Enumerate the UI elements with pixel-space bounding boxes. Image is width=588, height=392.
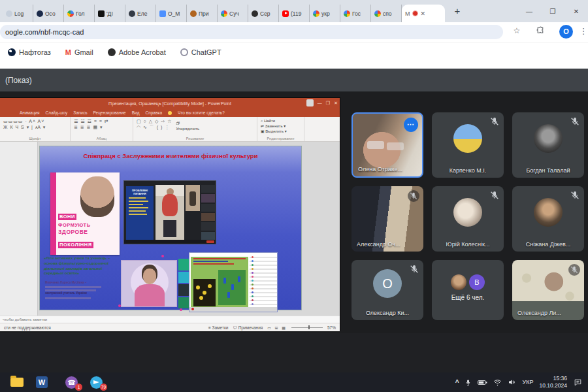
tray-mic-icon[interactable] (465, 378, 472, 387)
teacher-caption: Мовченко Лариса Мусіївна – заслужений уч… (45, 281, 112, 299)
meet-control-bar: ^ ^ CC ⋮ 15 (0, 333, 588, 372)
close-button[interactable]: ✕ (564, 8, 588, 15)
zoom-level[interactable]: 57% (327, 325, 336, 330)
taskbar-clock[interactable]: 15:36 10.10.2024 (539, 375, 567, 389)
tab-ele[interactable]: Еле (125, 5, 156, 22)
ppt-restore-icon[interactable]: ❐ (326, 101, 330, 106)
extensions-icon[interactable] (534, 26, 546, 37)
powerpoint-title-bar: Презентация, Оршанець [Compatibility Mod… (0, 98, 340, 108)
viber-badge: 1 (75, 384, 82, 391)
participant-tile-aleksandr-och[interactable]: Александр Оч... (351, 186, 423, 252)
participant-name: Олена Отраве... (358, 166, 402, 172)
folder-icon (10, 378, 24, 387)
participant-tile-olena[interactable]: ⋯ Олена Отраве... (351, 112, 423, 178)
tab-spo[interactable]: спо (371, 5, 402, 22)
google-favicon (344, 10, 350, 17)
bookmark-naftogaz[interactable]: Нафтогаз (8, 48, 51, 56)
tile-more-participants[interactable]: В Ещё 6 чел. (432, 260, 504, 320)
lightbulb-icon (168, 111, 172, 115)
participant-video-frame (186, 185, 200, 211)
google-favicon (313, 10, 319, 17)
view-switcher-icons[interactable]: ▭ ⊞ ▦ (267, 325, 287, 330)
avatar (453, 124, 482, 153)
mic-off-icon (568, 264, 580, 276)
participant-tile-karpenko[interactable]: Карпенко М.І. (432, 112, 504, 178)
participant-name: Олександр Ли... (517, 310, 561, 316)
slide-thumbnail-pane[interactable] (0, 142, 38, 316)
word-button[interactable]: W (34, 375, 50, 389)
menu-record[interactable]: Запись (73, 110, 87, 115)
mini-video-thumbnails (178, 259, 189, 308)
file-explorer-button[interactable] (9, 375, 25, 389)
tab-ukr[interactable]: укр (310, 5, 340, 22)
ribbon-font-group[interactable]: ▭▭▭▭ · A˄ A˅ Ж К Ч S ▾ | 🗚 ▾ Шрифт (0, 117, 71, 141)
tab-favicon (6, 10, 12, 17)
notes-pane[interactable]: чтобы добавить заметки (0, 316, 340, 323)
tab-oso[interactable]: Осо (33, 5, 64, 22)
wifi-icon[interactable] (493, 379, 502, 386)
url-address-bar[interactable]: oogle.com/nbf-mcqc-cad (0, 25, 503, 39)
participant-tile-oleksandr-ky[interactable]: О Олександр Ки... (351, 260, 423, 320)
ribbon-extra-space (304, 117, 340, 141)
powerpoint-workspace: Співпраця с Заслуженими вчителями фізичн… (0, 142, 340, 316)
menu-animation[interactable]: Анимация (20, 110, 40, 115)
participant-tile-oleksandr-ly[interactable]: Олександр Ли... (512, 260, 584, 320)
language-indicator[interactable]: УКР (522, 379, 533, 385)
school-meeting-screenshot (189, 252, 278, 312)
poster-stripe (50, 172, 56, 255)
tab-pry[interactable]: При (187, 5, 218, 22)
bookmarks-bar: Нафтогаз MGmail Adobe Acrobat ChatGPT (0, 42, 588, 61)
restore-button[interactable]: ❐ (541, 8, 564, 15)
meet-main-area: Презентация, Оршанець [Compatibility Mod… (0, 91, 588, 372)
participant-name: Карпенко М.І. (432, 167, 504, 174)
zoom-toolbar (124, 240, 216, 244)
bookmark-star-icon[interactable]: ☆ (511, 26, 523, 35)
tab-hos[interactable]: Гос (340, 5, 371, 22)
tab-om[interactable]: О_М (156, 5, 187, 22)
ribbon-drawing-group[interactable]: ▢ ○ △ ◇ ⇨ ☆ ◠ ∿ ⌒ ( ) ⋮ 🗇Упорядочить Рис… (133, 117, 257, 141)
comments-toggle[interactable]: 🗩 Примечания (233, 325, 263, 330)
tab-ser[interactable]: Сер (248, 5, 279, 22)
ppt-minimize-icon[interactable]: — (318, 101, 322, 105)
participant-tile-snizhana[interactable]: Сніжана Діжев... (512, 186, 584, 252)
new-tab-button[interactable]: + (450, 4, 465, 18)
ribbon-editing-group[interactable]: ⌕ Найти ⇄ Заменить ▾ ▣ Выделить ▾ Редакт… (257, 117, 304, 141)
participant-tile-yurii[interactable]: Юрій Колеснік... (432, 186, 504, 252)
battery-icon[interactable] (478, 379, 487, 386)
tab-close-icon[interactable]: ✕ (421, 10, 426, 17)
menu-view[interactable]: Вид (132, 110, 140, 115)
tab-such[interactable]: Суч (218, 5, 248, 22)
browser-menu-icon[interactable]: ⋮ (578, 26, 588, 36)
tab-log[interactable]: Log (3, 5, 33, 22)
participant-tile-bohdan[interactable]: Богдан Талалай (512, 112, 584, 178)
notes-toggle[interactable]: ≡ Заметки (208, 325, 228, 330)
menu-slideshow[interactable]: Слайд-шоу (46, 110, 68, 115)
slide-canvas[interactable]: Співпраця с Заслуженими вчителями фізичн… (39, 146, 302, 310)
tab-meet-active[interactable]: М ✕ (402, 5, 445, 22)
viber-button[interactable]: ☎ 1 (64, 375, 80, 389)
notifications-icon[interactable] (573, 378, 583, 387)
ribbon-paragraph-group[interactable]: ☰ ☱ ☲ ≡ ≡ ⇄ ≣ ≣ ≣ ▦ ▾ Абзац (71, 117, 133, 141)
telegram-button[interactable]: 79 (89, 375, 105, 389)
minimize-button[interactable]: — (517, 8, 541, 15)
powerpoint-ribbon: ▭▭▭▭ · A˄ A˅ Ж К Ч S ▾ | 🗚 ▾ Шрифт ☰ ☱ ☲… (0, 117, 340, 142)
bookmark-adobe[interactable]: Adobe Acrobat (108, 48, 166, 56)
tell-me-box[interactable]: Что вы хотите сделать? (178, 110, 225, 115)
overflow-avatars: В (451, 274, 485, 290)
menu-review[interactable]: Рецензирование (93, 110, 126, 115)
tab-hol[interactable]: Гол (64, 5, 95, 22)
speaker-icon[interactable] (508, 378, 516, 386)
tab-youtube[interactable]: (119 (279, 5, 310, 22)
tab-dii[interactable]: 'ДІ (95, 5, 125, 22)
tray-chevron-icon[interactable]: ^ (455, 379, 459, 386)
zoom-slider[interactable] (291, 327, 323, 328)
bookmark-gmail[interactable]: MGmail (65, 48, 93, 56)
telegram-badge: 79 (100, 384, 107, 391)
tile-menu-button[interactable]: ⋯ (404, 118, 418, 132)
letter-avatar: О (373, 269, 402, 298)
ppt-close-icon[interactable]: ✕ (334, 101, 338, 106)
profile-avatar[interactable]: O (559, 25, 573, 39)
menu-help[interactable]: Справка (146, 110, 163, 115)
powerpoint-window-title: Презентация, Оршанець [Compatibility Mod… (108, 101, 231, 106)
bookmark-chatgpt[interactable]: ChatGPT (180, 48, 221, 56)
